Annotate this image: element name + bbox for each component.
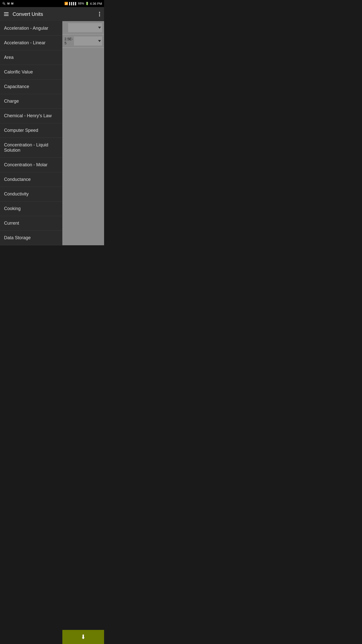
- more-options-button[interactable]: [99, 12, 100, 16]
- overlay-input-row-1: [62, 21, 104, 34]
- menu-item-current[interactable]: Current: [0, 216, 62, 231]
- app-title: Convert Units: [13, 11, 43, 17]
- more-dot-3: [99, 15, 100, 16]
- hamburger-line-1: [4, 12, 9, 13]
- status-left: 🔌 M M: [2, 2, 13, 5]
- signal-icon: ▌▌▌▌: [69, 2, 77, 5]
- more-dot-1: [99, 12, 100, 13]
- more-dot-2: [99, 14, 100, 15]
- menu-item-area[interactable]: Area: [0, 50, 62, 65]
- hamburger-line-3: [4, 15, 9, 16]
- menu-list: Acceleration - Angular Acceleration - Li…: [0, 21, 62, 245]
- menu-item-conductivity[interactable]: Conductivity: [0, 187, 62, 202]
- menu-item-concentration-molar[interactable]: Concentration - Molar: [0, 158, 62, 172]
- dropdown-arrow-icon-2: [98, 40, 101, 42]
- converted-value: 2.5E-5: [64, 37, 73, 45]
- from-unit-selector[interactable]: [68, 23, 102, 32]
- usb-icon: 🔌: [2, 2, 6, 5]
- status-bar: 🔌 M M 📶 ▌▌▌▌ 66% 🔋 4:36 PM: [0, 0, 104, 7]
- menu-item-charge[interactable]: Charge: [0, 94, 62, 109]
- menu-item-acceleration-angular[interactable]: Acceleration - Angular: [0, 21, 62, 36]
- dropdown-arrow-icon: [98, 27, 101, 29]
- menu-item-conductance[interactable]: Conductance: [0, 172, 62, 187]
- menu-item-cooking[interactable]: Cooking: [0, 202, 62, 216]
- hamburger-line-2: [4, 14, 9, 14]
- clock: 4:36 PM: [90, 2, 102, 6]
- menu-item-data-storage[interactable]: Data Storage: [0, 231, 62, 245]
- toolbar: Convert Units: [0, 7, 104, 21]
- toolbar-left: Convert Units: [4, 11, 43, 17]
- overlay-panel: 2.5E-5: [62, 21, 104, 245]
- menu-item-calorific-value[interactable]: Calorific Value: [0, 65, 62, 79]
- wifi-icon: 📶: [64, 2, 68, 5]
- menu-item-chemical-henrys-law[interactable]: Chemical - Henry's Law: [0, 109, 62, 123]
- battery-icon: 🔋: [85, 2, 89, 5]
- main-container: Acceleration - Angular Acceleration - Li…: [0, 21, 104, 245]
- menu-item-computer-speed[interactable]: Computer Speed: [0, 123, 62, 138]
- to-unit-selector[interactable]: [74, 36, 102, 46]
- battery-percentage: 66%: [78, 2, 84, 5]
- menu-item-capacitance[interactable]: Capacitance: [0, 79, 62, 94]
- hamburger-menu-button[interactable]: [4, 12, 9, 16]
- status-right: 📶 ▌▌▌▌ 66% 🔋 4:36 PM: [64, 2, 102, 6]
- gmail-icon-1: M: [7, 2, 10, 5]
- menu-item-acceleration-linear[interactable]: Acceleration - Linear: [0, 36, 62, 50]
- overlay-input-row-2: 2.5E-5: [62, 34, 104, 48]
- gmail-icon-2: M: [11, 2, 13, 5]
- menu-item-concentration-liquid[interactable]: Concentration - Liquid Solution: [0, 138, 62, 158]
